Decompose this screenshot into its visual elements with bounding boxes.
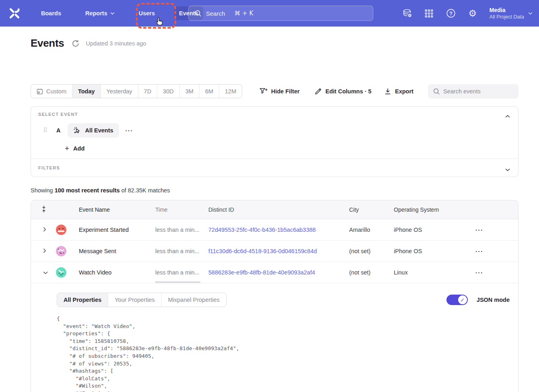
search-events-input[interactable] <box>428 84 518 99</box>
expand-row-button[interactable] <box>41 246 48 256</box>
chevron-down-icon <box>43 271 48 274</box>
table-row-expanded[interactable]: Watch Video less than a min... 5886283e-… <box>31 262 518 283</box>
event-json-viewer[interactable]: { "event": "Watch Video", "properties": … <box>57 315 510 392</box>
tab-mixpanel-properties[interactable]: Mixpanel Properties <box>162 293 226 307</box>
date-option-custom[interactable]: Custom <box>31 85 72 98</box>
date-option-12m[interactable]: 12M <box>219 85 242 98</box>
apps-grid-icon[interactable] <box>424 8 434 18</box>
project-selector[interactable]: Media All Project Data <box>490 7 533 20</box>
edit-columns-button[interactable]: Edit Columns · 5 <box>315 84 371 98</box>
column-header-city[interactable]: City <box>349 206 359 213</box>
details-header: All Properties Your Properties Mixpanel … <box>57 293 510 307</box>
settings-icon[interactable]: ⚙ <box>468 8 477 18</box>
drag-handle-icon[interactable]: ⠿ <box>43 127 47 134</box>
column-header-distinct-id[interactable]: Distinct ID <box>208 206 234 213</box>
date-option-6m[interactable]: 6M <box>200 85 219 98</box>
select-event-section: SELECT EVENT ⠿ A All Events ··· + <box>31 107 518 159</box>
row-more-button[interactable]: ··· <box>475 248 483 255</box>
page-header: Events Updated 3 minutes ago <box>31 37 146 50</box>
avatar-face-icon <box>56 225 66 235</box>
json-mode-label: JSON mode <box>477 297 510 303</box>
tab-your-properties[interactable]: Your Properties <box>108 293 161 307</box>
edit-columns-label: Edit Columns · 5 <box>325 88 371 95</box>
search-icon <box>433 88 440 95</box>
add-event-button[interactable]: + Add <box>65 144 84 152</box>
expand-row-button[interactable] <box>41 225 48 235</box>
collapse-rows-icon <box>41 205 47 213</box>
table-row[interactable]: Experiment Started less than a min... 72… <box>31 219 518 241</box>
collapse-all-rows-button[interactable] <box>41 205 47 215</box>
nav-item-users[interactable]: Users <box>134 6 160 20</box>
chevron-right-icon <box>43 227 46 232</box>
event-details-panel: All Properties Your Properties Mixpanel … <box>31 283 518 392</box>
event-name: Experiment Started <box>79 227 129 233</box>
event-name: Watch Video <box>79 269 111 276</box>
table-row[interactable]: Message Sent less than a min... f11c30d6… <box>31 241 518 262</box>
query-builder-card: SELECT EVENT ⠿ A All Events ··· + <box>31 106 518 177</box>
event-avatar <box>56 246 66 256</box>
filter-icon <box>259 88 267 95</box>
toggle-knob-check-icon: ✓ <box>458 295 467 304</box>
row-more-button[interactable]: ··· <box>475 269 483 276</box>
step-letter: A <box>56 127 60 134</box>
select-event-label: SELECT EVENT <box>38 112 78 117</box>
tab-label: Mixpanel Properties <box>168 297 220 303</box>
date-option-3m[interactable]: 3M <box>180 85 200 98</box>
distinct-id-link[interactable]: f11c30d6-dc6d-4518-9136-0d046159c84d <box>208 248 317 254</box>
export-label: Export <box>395 88 414 95</box>
selected-event-name: All Events <box>85 127 113 134</box>
column-header-time[interactable]: Time <box>155 206 202 213</box>
chevron-down-icon <box>505 168 510 171</box>
refresh-icon[interactable] <box>71 39 80 48</box>
event-os: Linux <box>394 269 408 276</box>
date-option-yesterday[interactable]: Yesterday <box>101 85 138 98</box>
page-title: Events <box>31 37 64 50</box>
row-more-button[interactable]: ··· <box>475 227 483 233</box>
date-option-30d[interactable]: 30D <box>157 85 180 98</box>
search-icon <box>194 10 202 17</box>
summary-prefix: Showing <box>31 187 55 194</box>
updated-timestamp: Updated 3 minutes ago <box>86 40 146 47</box>
nav-item-boards[interactable]: Boards <box>36 6 66 20</box>
column-header-event-name[interactable]: Event Name <box>79 206 110 213</box>
filters-section[interactable]: FILTERS <box>31 159 518 177</box>
distinct-id-link[interactable]: 72d49553-25fc-4f0c-b436-1b5ac6ab3388 <box>208 227 316 233</box>
date-option-label: Yesterday <box>107 88 132 95</box>
global-search-input[interactable]: Search ⌘ + K <box>188 6 373 21</box>
export-button[interactable]: Export <box>384 84 414 98</box>
date-option-label: Today <box>78 88 95 95</box>
mixpanel-logo-icon[interactable] <box>8 7 21 20</box>
date-option-label: 12M <box>225 88 236 95</box>
distinct-id-link[interactable]: 5886283e-e9fb-48fb-81de-40e9093a2af4 <box>208 269 315 276</box>
hide-filter-button[interactable]: Hide Filter <box>259 84 300 98</box>
search-events-field <box>428 84 518 99</box>
add-label: Add <box>73 145 84 152</box>
events-table: Event Name Time Distinct ID City Operati… <box>31 200 518 392</box>
calendar-icon <box>37 88 43 95</box>
help-icon[interactable]: ? <box>446 8 456 18</box>
project-name: Media <box>490 7 524 13</box>
date-option-today[interactable]: Today <box>72 85 101 98</box>
nav-item-reports[interactable]: Reports <box>80 6 119 20</box>
svg-text:?: ? <box>449 10 453 17</box>
search-shortcut: ⌘ + K <box>235 10 253 17</box>
tab-all-properties[interactable]: All Properties <box>57 293 108 307</box>
json-mode-toggle[interactable]: ✓ <box>446 295 468 305</box>
navbar-right: ? ⚙ Media All Project Data <box>403 0 539 27</box>
event-query-row: ⠿ A All Events ··· <box>31 123 133 138</box>
event-more-button[interactable]: ··· <box>125 127 134 134</box>
collapse-section-button[interactable] <box>504 111 511 120</box>
event-cursor-icon <box>73 126 81 134</box>
date-option-7d[interactable]: 7D <box>138 85 158 98</box>
data-management-icon[interactable] <box>403 8 412 18</box>
date-option-label: 30D <box>163 88 174 95</box>
column-header-os[interactable]: Operating System <box>394 206 439 213</box>
date-range-picker: Custom Today Yesterday 7D 30D 3M 6M 12M <box>31 84 242 98</box>
event-city: Amarillo <box>349 227 370 233</box>
avatar-face-icon <box>56 246 66 256</box>
hide-filter-label: Hide Filter <box>271 88 300 95</box>
expand-filters-button[interactable] <box>504 165 511 174</box>
collapse-row-button[interactable] <box>41 268 49 277</box>
event-picker-button[interactable]: All Events <box>68 123 119 138</box>
json-mode-control: ✓ JSON mode <box>446 295 510 305</box>
